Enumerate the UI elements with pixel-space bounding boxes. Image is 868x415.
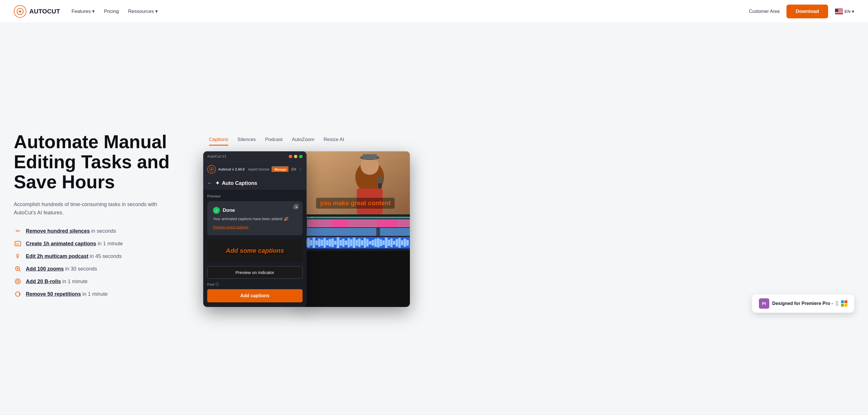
timeline-clip-2 xyxy=(332,219,348,227)
hero-title: Automate Manual Editing Tasks and Save H… xyxy=(14,132,192,192)
svg-rect-4 xyxy=(835,12,843,13)
tab-captions[interactable]: Captions xyxy=(209,137,228,146)
review-link[interactable]: Review AutoCaptions xyxy=(213,225,249,229)
zoom-link[interactable]: Add 100 zooms xyxy=(26,266,64,272)
plugin-nav: ← ✦ Auto Captions xyxy=(203,177,307,189)
preview-label: Preview xyxy=(207,194,303,198)
caption-sample-text: Add some captions xyxy=(226,247,284,254)
font-label: Font ⓘ xyxy=(207,282,303,287)
repetitions-link[interactable]: Remove 50 repetitions xyxy=(26,291,81,297)
nav-resources[interactable]: Ressources ▾ xyxy=(128,8,158,14)
done-modal: ✕ ✓ Done Your animated captions have bee… xyxy=(207,201,303,235)
add-captions-button[interactable]: Add captions xyxy=(207,289,303,302)
timeline-clip-6 xyxy=(307,228,376,236)
svg-line-9 xyxy=(19,270,20,271)
premiere-pro-icon: Pr xyxy=(759,298,769,309)
win-square-1 xyxy=(841,300,844,303)
caption-overlay-text: you make great content xyxy=(320,200,391,207)
done-title: Done xyxy=(223,207,235,213)
more-options-icon[interactable]: ⋮ xyxy=(299,167,303,172)
product-tabs: Captions Silences Podcast AutoZoom Resiz… xyxy=(203,137,344,146)
plugin-version: Autocut v 2.44.0 xyxy=(218,167,245,171)
win-square-3 xyxy=(841,304,844,307)
features-list: ✂ Remove hundred silences in seconds CC … xyxy=(14,227,192,298)
timeline-clip-3 xyxy=(348,219,377,227)
customer-area-link[interactable]: Customer Area xyxy=(749,9,780,14)
list-item: CC Create 1h animated captions in 1 minu… xyxy=(14,240,192,248)
silences-link[interactable]: Remove hundred silences xyxy=(26,228,90,234)
svg-point-13 xyxy=(17,280,19,283)
checkmark-icon: ✓ xyxy=(213,207,220,214)
mic-icon: 🎙 xyxy=(14,252,22,260)
plugin-section-title: ✦ Auto Captions xyxy=(215,180,257,186)
svg-rect-5 xyxy=(835,9,838,12)
navigation: AUTOCUT Features ▾ Pricing Ressources ▾ … xyxy=(0,0,868,23)
back-arrow-icon[interactable]: ← xyxy=(207,180,212,186)
logo-text: AUTOCUT xyxy=(29,8,60,15)
license-text: expert license xyxy=(248,167,269,171)
plugin-license-row: expert license Manage EN ⋮ xyxy=(248,166,303,173)
logo[interactable]: AUTOCUT xyxy=(14,5,60,18)
us-flag-icon xyxy=(835,9,843,14)
manage-button[interactable]: Manage xyxy=(272,166,289,173)
logo-svg xyxy=(17,8,24,15)
plugin-logo-row: Autocut v 2.44.0 xyxy=(207,165,245,174)
scissors-icon: ✂ xyxy=(14,227,22,235)
captions-link[interactable]: Create 1h animated captions xyxy=(26,241,96,246)
chevron-down-icon: ▾ xyxy=(92,8,95,14)
plugin-window: AutoCut V1 Autocut v 2.44.0 xyxy=(203,151,307,307)
plugin-content: Preview ✕ ✓ Done Your animated captions … xyxy=(203,189,307,307)
done-row: ✓ Done xyxy=(213,207,297,214)
svg-point-24 xyxy=(377,177,383,183)
video-window: you make great content xyxy=(301,151,410,307)
logo-icon xyxy=(14,5,26,18)
video-preview: you make great content xyxy=(301,151,410,214)
svg-point-12 xyxy=(15,279,20,284)
close-window-icon xyxy=(289,155,292,158)
nav-features[interactable]: Features ▾ xyxy=(71,8,95,14)
nav-left: AUTOCUT Features ▾ Pricing Ressources ▾ xyxy=(14,5,158,18)
plugin-lang: EN xyxy=(291,167,296,171)
list-item: 🎙 Edit 2h multicam podcast in 45 seconds xyxy=(14,252,192,260)
modal-close-button[interactable]: ✕ xyxy=(293,204,300,210)
preview-indicator-button[interactable]: Preview on indicator xyxy=(207,266,303,279)
timeline-area xyxy=(301,214,410,251)
window-controls xyxy=(289,155,303,158)
list-item: Remove 50 repetitions in 1 minute xyxy=(14,290,192,298)
caption-overlay: you make great content xyxy=(316,198,395,209)
done-subtitle: Your animated captions have been added! … xyxy=(213,217,297,221)
hero-left: Automate Manual Editing Tasks and Save H… xyxy=(14,132,192,312)
broll-link[interactable]: Add 20 B-rolls xyxy=(26,279,61,284)
list-item: Add 20 B-rolls in 1 minute xyxy=(14,277,192,285)
win-square-4 xyxy=(844,304,847,307)
minimize-window-icon xyxy=(294,155,298,158)
apple-icon:  xyxy=(836,300,838,307)
info-icon: ⓘ xyxy=(215,282,219,287)
designed-badge: Pr Designed for Premiere Pro -  xyxy=(752,295,854,313)
nav-right: Customer Area Download EN ▾ xyxy=(749,5,854,18)
caption-preview-area: Add some captions xyxy=(207,239,303,262)
timeline-marker xyxy=(301,217,410,218)
tab-silences[interactable]: Silences xyxy=(237,137,256,146)
timeline-row-2 xyxy=(301,228,410,236)
zoom-icon xyxy=(14,265,22,273)
plugin-logo-icon xyxy=(207,165,216,174)
broll-icon xyxy=(14,277,22,285)
nav-links: Features ▾ Pricing Ressources ▾ xyxy=(71,8,158,14)
plugin-header: Autocut v 2.44.0 expert license Manage E… xyxy=(203,162,307,177)
tab-podcast[interactable]: Podcast xyxy=(265,137,282,146)
timeline-clip-5 xyxy=(398,219,410,227)
language-selector[interactable]: EN ▾ xyxy=(835,9,854,14)
podcast-link[interactable]: Edit 2h multicam podcast xyxy=(26,253,88,259)
tab-autozoom[interactable]: AutoZoom xyxy=(292,137,314,146)
svg-rect-21 xyxy=(363,154,377,159)
nav-pricing[interactable]: Pricing xyxy=(104,9,119,14)
tab-resize-ai[interactable]: Resize AI xyxy=(323,137,344,146)
hero-right: Captions Silences Podcast AutoZoom Resiz… xyxy=(203,137,854,307)
chevron-down-icon: ▾ xyxy=(155,8,158,14)
timeline-row-1 xyxy=(301,219,410,227)
download-button[interactable]: Download xyxy=(786,5,828,18)
svg-text:CC: CC xyxy=(16,243,19,245)
list-item: ✂ Remove hundred silences in seconds xyxy=(14,227,192,235)
timeline-clip-4 xyxy=(377,219,398,227)
